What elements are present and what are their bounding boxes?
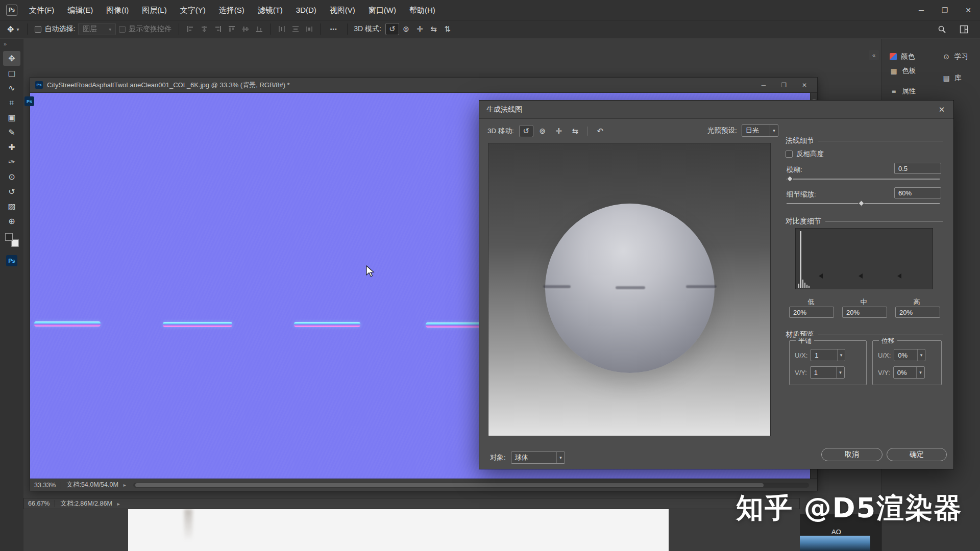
zoom-tool[interactable]: ⊕ <box>3 214 20 229</box>
light-preset-dropdown[interactable]: 日光 ▾ <box>742 124 778 137</box>
more-options-button[interactable]: ⋯ <box>325 25 343 33</box>
status-flyout-icon[interactable]: ▸ <box>117 501 120 507</box>
3d-preview[interactable] <box>488 143 771 436</box>
detail-scale-field[interactable]: 60% <box>894 187 941 198</box>
3d-roll-icon[interactable]: ⊚ <box>535 125 550 137</box>
contrast-mid-field[interactable]: 20% <box>842 307 887 318</box>
minimize-button[interactable]: ─ <box>910 0 933 20</box>
close-button[interactable]: ✕ <box>957 0 980 20</box>
blur-slider[interactable] <box>787 176 940 182</box>
3d-slide-icon[interactable]: ⇆ <box>568 125 582 137</box>
current-tool-button[interactable]: ✥ ▾ <box>0 24 23 34</box>
object-dropdown[interactable]: 球体 ▾ <box>511 452 565 464</box>
document-title-bar[interactable]: Ps CityStreetRoadAsphaltTwoLaneClean001_… <box>30 78 817 93</box>
menu-help[interactable]: 帮助(H) <box>403 0 442 20</box>
horizontal-scrollbar-thumb[interactable] <box>135 483 764 487</box>
menu-select[interactable]: 选择(S) <box>212 0 251 20</box>
menu-edit[interactable]: 编辑(E) <box>61 0 100 20</box>
doc-restore-button[interactable]: ❐ <box>781 82 787 89</box>
align-middle-icon[interactable] <box>238 23 252 35</box>
tile-vy-dropdown[interactable]: 1 ▾ <box>810 366 845 379</box>
menu-image[interactable]: 图像(I) <box>100 0 135 20</box>
align-center-h-icon[interactable] <box>197 23 211 35</box>
eraser-tool[interactable]: ▨ <box>3 199 20 214</box>
3d-roll-icon[interactable]: ⊚ <box>399 23 413 35</box>
status-flyout-icon[interactable]: ▸ <box>124 482 126 488</box>
reset-view-icon[interactable]: ↶ <box>593 125 607 137</box>
contrast-low-handle[interactable] <box>819 273 823 279</box>
cancel-button[interactable]: 取消 <box>821 448 883 461</box>
slider-thumb[interactable] <box>787 176 793 182</box>
toolbar-collapse-icon[interactable]: » <box>0 39 7 51</box>
contrast-high-handle[interactable] <box>897 273 901 279</box>
ps-panel-badge[interactable]: Ps <box>6 255 17 266</box>
dialog-title-bar[interactable]: 生成法线图 ✕ <box>479 101 953 119</box>
ok-button[interactable]: 确定 <box>887 448 947 461</box>
healing-brush-tool[interactable]: ✚ <box>3 140 20 155</box>
align-top-icon[interactable] <box>225 23 238 35</box>
eyedropper-tool[interactable]: ✎ <box>3 125 20 140</box>
auto-select-target-dropdown[interactable]: 图层 ▾ <box>78 23 116 35</box>
dock-collapse-icon[interactable]: « <box>869 50 879 60</box>
workspace-icon[interactable] <box>957 23 971 35</box>
menu-layer[interactable]: 图层(L) <box>135 0 173 20</box>
ps-document-badge[interactable]: Ps <box>24 96 34 106</box>
auto-select-checkbox[interactable]: 自动选择: <box>35 24 75 34</box>
distribute-h-icon[interactable] <box>275 23 288 35</box>
dialog-close-icon[interactable]: ✕ <box>930 101 953 119</box>
invert-height-checkbox[interactable]: 反相高度 <box>786 149 824 159</box>
brush-tool[interactable]: ✑ <box>3 155 20 169</box>
layer-thumbnail[interactable] <box>800 536 870 551</box>
tab-libraries[interactable]: ▤ 库 <box>942 71 962 85</box>
tile-ux-dropdown[interactable]: 1 ▾ <box>811 349 845 361</box>
3d-orbit-icon[interactable]: ↺ <box>385 23 399 35</box>
contrast-low-field[interactable]: 20% <box>789 307 834 318</box>
distribute-spacing-icon[interactable] <box>302 23 316 35</box>
blur-field[interactable]: 0.5 <box>894 163 941 174</box>
preview-sphere[interactable] <box>545 204 715 373</box>
3d-slide-icon[interactable]: ⇆ <box>427 23 440 35</box>
history-brush-tool[interactable]: ↺ <box>3 184 20 199</box>
tab-properties[interactable]: ≡ 属性 <box>890 85 916 98</box>
lasso-tool[interactable]: ∿ <box>3 81 20 95</box>
tab-learn[interactable]: ⊙ 学习 <box>942 50 968 63</box>
histogram-bar <box>798 284 799 288</box>
show-transform-checkbox[interactable]: 显示变换控件 <box>119 24 172 34</box>
doc-minimize-button[interactable]: ─ <box>762 82 766 89</box>
frame-tool[interactable]: ▣ <box>3 110 20 125</box>
menu-filter[interactable]: 滤镜(T) <box>251 0 289 20</box>
menu-window[interactable]: 窗口(W) <box>362 0 403 20</box>
menu-type[interactable]: 文字(Y) <box>174 0 212 20</box>
align-right-icon[interactable] <box>211 23 225 35</box>
crop-tool[interactable]: ⌗ <box>3 95 20 110</box>
maximize-button[interactable]: ❐ <box>933 0 957 20</box>
marquee-tool[interactable]: ▢ <box>3 66 20 81</box>
3d-orbit-icon[interactable]: ↺ <box>519 125 533 137</box>
offset-ux-dropdown[interactable]: 0% ▾ <box>894 349 925 361</box>
menu-3d[interactable]: 3D(D) <box>289 0 323 20</box>
doc-close-button[interactable]: ✕ <box>802 82 807 89</box>
tab-swatches[interactable]: ▦ 色板 <box>890 64 916 78</box>
3d-pan-icon[interactable]: ✛ <box>552 125 566 137</box>
search-icon[interactable] <box>935 23 949 35</box>
offset-vy-dropdown[interactable]: 0% ▾ <box>893 366 925 379</box>
detail-scale-slider[interactable] <box>787 201 940 207</box>
menu-file[interactable]: 文件(F) <box>22 0 61 20</box>
horizontal-scrollbar[interactable] <box>133 483 809 488</box>
slider-thumb[interactable] <box>858 200 865 207</box>
align-left-icon[interactable] <box>183 23 197 35</box>
move-tool[interactable]: ✥ <box>3 51 20 66</box>
zoom-level-field[interactable]: 33.33% <box>34 482 56 489</box>
contrast-high-field[interactable]: 20% <box>895 307 940 318</box>
3d-scale-icon[interactable]: ⇅ <box>440 23 454 35</box>
tab-color[interactable]: 颜色 <box>890 50 915 63</box>
foreground-background-swatches[interactable] <box>5 233 19 247</box>
zoom-level-field[interactable]: 66.67% <box>28 500 50 507</box>
align-bottom-icon[interactable] <box>252 23 266 35</box>
3d-pan-icon[interactable]: ✛ <box>413 23 427 35</box>
clone-stamp-tool[interactable]: ⊙ <box>3 169 20 184</box>
menu-view[interactable]: 视图(V) <box>323 0 362 20</box>
distribute-v-icon[interactable] <box>288 23 302 35</box>
contrast-mid-handle[interactable] <box>859 273 863 279</box>
document2-canvas[interactable] <box>128 509 669 551</box>
